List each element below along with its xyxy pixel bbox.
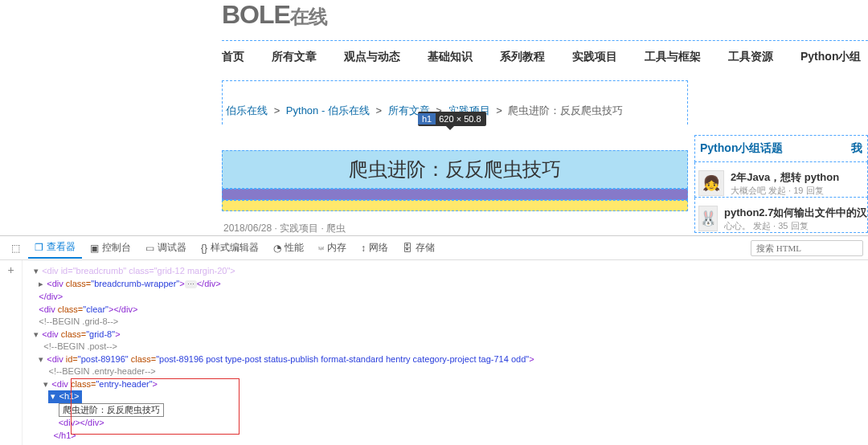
sidebar: Python小组话题 我 👧 2年Java，想转 python 大概会吧 发起 … bbox=[694, 135, 868, 233]
topic-sub: 心心。 发起 · 35 回复 bbox=[724, 220, 867, 232]
article-title: 爬虫进阶：反反爬虫技巧 bbox=[222, 150, 688, 189]
dom-node[interactable]: </div> bbox=[39, 292, 63, 301]
avatar: 🐰 bbox=[698, 206, 718, 231]
inspect-icon[interactable]: ⬚ bbox=[5, 239, 27, 257]
nav-frameworks[interactable]: 工具与框架 bbox=[645, 50, 701, 64]
chevron-down-icon[interactable]: ▾ bbox=[39, 353, 47, 366]
tooltip-dim: 620 × 50.8 bbox=[439, 114, 481, 124]
dom-text-node[interactable]: 爬虫进阶：反反爬虫技巧 bbox=[59, 403, 164, 418]
sidebar-heading[interactable]: Python小组话题 我 bbox=[694, 135, 868, 162]
chevron-down-icon[interactable]: ▾ bbox=[34, 329, 42, 341]
sidebar-item[interactable]: 🐰 python2.7如何输出文件中的汉 心心。 发起 · 35 回复 bbox=[694, 198, 868, 233]
devtools-sidebar: + bbox=[0, 260, 23, 445]
bc-current: 爬虫进阶：反反爬虫技巧 bbox=[508, 104, 623, 116]
sidebar-item[interactable]: 👧 2年Java，想转 python 大概会吧 发起 · 19 回复 bbox=[694, 162, 868, 198]
tab-perf[interactable]: ◔性能 bbox=[267, 238, 310, 258]
bc-sep: > bbox=[496, 104, 502, 116]
topic-title[interactable]: python2.7如何输出文件中的汉 bbox=[724, 206, 867, 220]
highlight-row-2 bbox=[222, 200, 688, 211]
logo-en: BOLE bbox=[222, 0, 290, 29]
site-logo[interactable]: BOLE在线 bbox=[222, 0, 327, 30]
tab-storage[interactable]: 🗄存储 bbox=[396, 238, 441, 258]
devtools-panel: ⬚ ❐查看器 ▣控制台 ▭调试器 {}样式编辑器 ◔性能 ⎃内存 ↕网络 🗄存储… bbox=[0, 235, 868, 445]
tab-inspector[interactable]: ❐查看器 bbox=[28, 237, 82, 259]
tab-memory[interactable]: ⎃内存 bbox=[312, 238, 353, 258]
nav-group[interactable]: Python小组 bbox=[800, 50, 861, 64]
nav-views[interactable]: 观点与动态 bbox=[344, 50, 400, 64]
add-icon[interactable]: + bbox=[0, 263, 22, 276]
devtools-search-input[interactable] bbox=[751, 240, 863, 256]
chevron-down-icon[interactable]: ▾ bbox=[34, 265, 42, 278]
logo-cn: 在线 bbox=[290, 6, 327, 27]
avatar: 👧 bbox=[698, 170, 724, 196]
bc-sep: > bbox=[376, 104, 383, 116]
dom-comment[interactable]: <!--BEGIN .post--> bbox=[43, 341, 117, 351]
dom-comment[interactable]: <!--BEGIN .entry-header--> bbox=[48, 366, 155, 376]
bc-python[interactable]: Python - 伯乐在线 bbox=[286, 104, 370, 116]
ellipsis-icon[interactable]: ⋯ bbox=[185, 280, 197, 288]
tab-console[interactable]: ▣控制台 bbox=[84, 238, 137, 258]
tab-style[interactable]: {}样式编辑器 bbox=[194, 238, 265, 258]
bc-sep: > bbox=[274, 104, 280, 116]
chevron-right-icon[interactable]: ▸ bbox=[39, 278, 47, 291]
dom-tree[interactable]: ▾<div id="breadcrumb" class="grid-12 mar… bbox=[23, 260, 739, 442]
tooltip-tag: h1 bbox=[418, 113, 436, 125]
devtools-tabs: ⬚ ❐查看器 ▣控制台 ▭调试器 {}样式编辑器 ◔性能 ⎃内存 ↕网络 🗄存储 bbox=[0, 236, 868, 260]
dom-selected-node[interactable]: ▾<h1> bbox=[48, 390, 81, 403]
topic-title[interactable]: 2年Java，想转 python bbox=[731, 170, 839, 185]
topic-sub: 大概会吧 发起 · 19 回复 bbox=[731, 185, 839, 197]
nav-home[interactable]: 首页 bbox=[222, 50, 244, 64]
nav-projects[interactable]: 实践项目 bbox=[572, 50, 617, 64]
dom-node[interactable]: </h1> bbox=[54, 431, 76, 440]
tab-debugger[interactable]: ▭调试器 bbox=[139, 238, 193, 258]
chevron-down-icon[interactable]: ▾ bbox=[43, 378, 51, 391]
main-nav: 首页 所有文章 观点与动态 基础知识 系列教程 实践项目 工具与框架 工具资源 … bbox=[222, 40, 868, 64]
dom-comment[interactable]: <!--BEGIN .grid-8--> bbox=[39, 316, 118, 326]
nav-basics[interactable]: 基础知识 bbox=[428, 50, 473, 64]
nav-resources[interactable]: 工具资源 bbox=[728, 50, 773, 64]
element-tooltip: h1 620 × 50.8 bbox=[418, 112, 486, 126]
nav-series[interactable]: 系列教程 bbox=[500, 50, 545, 64]
dom-node[interactable]: <div id="breadcrumb" class="grid-12 marg… bbox=[42, 266, 235, 276]
tab-network[interactable]: ↕网络 bbox=[354, 238, 395, 258]
bc-home[interactable]: 伯乐在线 bbox=[226, 104, 268, 116]
sidebar-title: Python小组话题 bbox=[700, 141, 783, 156]
sidebar-more[interactable]: 我 bbox=[851, 141, 862, 156]
nav-all[interactable]: 所有文章 bbox=[272, 50, 317, 64]
highlight-row-1 bbox=[222, 189, 688, 200]
